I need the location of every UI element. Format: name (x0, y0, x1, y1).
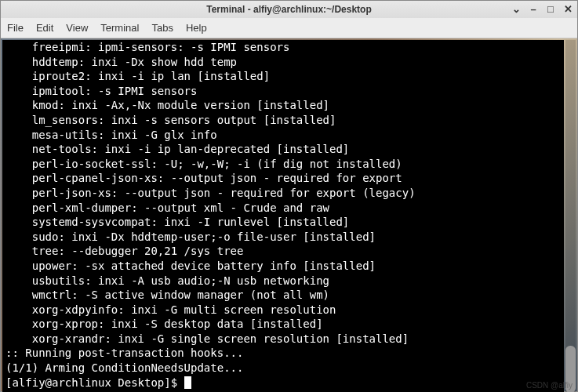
menu-tabs[interactable]: Tabs (151, 22, 173, 34)
menu-edit[interactable]: Edit (36, 22, 53, 34)
minimize-button[interactable]: – (527, 2, 540, 15)
menu-terminal[interactable]: Terminal (100, 22, 139, 34)
maximize-button[interactable]: □ (544, 2, 557, 15)
terminal-cursor (184, 376, 191, 389)
watermark: CSDN @alfiy (526, 381, 573, 390)
terminal-prompt: [alfiy@archlinux Desktop]$ (5, 376, 184, 389)
terminal-window: Terminal - alfiy@archlinux:~/Desktop ⌄ –… (0, 0, 578, 392)
scrollbar[interactable] (565, 40, 576, 392)
titlebar-controls: ⌄ – □ ✕ (510, 2, 574, 15)
window-title: Terminal - alfiy@archlinux:~/Desktop (206, 4, 372, 15)
terminal-area: freeipmi: ipmi-sensors: -s IPMI sensors … (1, 38, 577, 391)
menubar: File Edit View Terminal Tabs Help (1, 18, 577, 38)
dropdown-button[interactable]: ⌄ (510, 2, 522, 15)
menu-view[interactable]: View (66, 22, 88, 34)
menu-help[interactable]: Help (186, 22, 207, 34)
menu-file[interactable]: File (7, 22, 24, 34)
close-button[interactable]: ✕ (562, 2, 574, 15)
terminal-viewport[interactable]: freeipmi: ipmi-sensors: -s IPMI sensors … (2, 40, 564, 392)
titlebar: Terminal - alfiy@archlinux:~/Desktop ⌄ –… (1, 1, 577, 18)
